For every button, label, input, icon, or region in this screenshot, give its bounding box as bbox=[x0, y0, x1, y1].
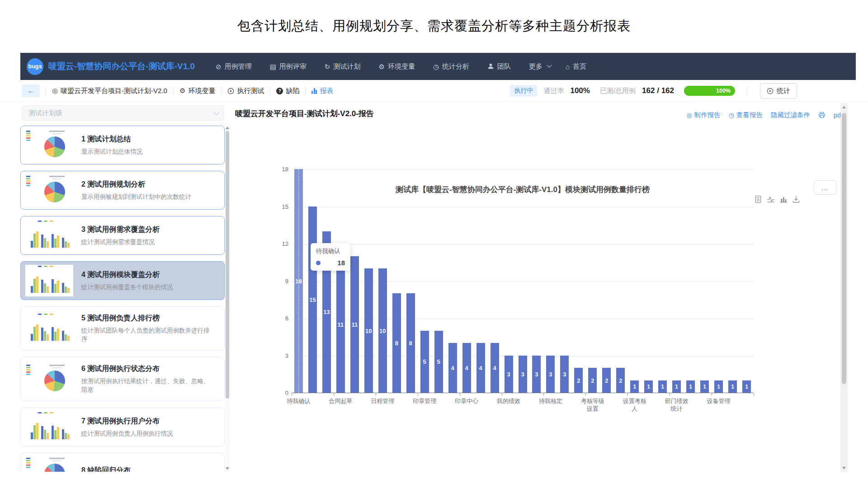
chart-bar[interactable]: 3 bbox=[505, 356, 513, 393]
stats-button[interactable]: 统计 bbox=[760, 83, 797, 99]
chart-bar[interactable]: 3 bbox=[519, 356, 527, 393]
x-axis-label: 待我核定 bbox=[539, 397, 562, 405]
back-button[interactable]: ← bbox=[22, 84, 40, 97]
nav-home[interactable]: ⌂ 首页 bbox=[566, 62, 586, 71]
bar-value-label: 3 bbox=[532, 371, 541, 377]
bar-chart-icon[interactable] bbox=[779, 195, 788, 203]
thumb-bar-group bbox=[62, 270, 70, 293]
chart-bar[interactable]: 1 bbox=[630, 380, 639, 393]
scroll-down-icon[interactable] bbox=[842, 467, 846, 469]
chart-bar[interactable]: 11 bbox=[350, 256, 359, 393]
report-card-6[interactable]: 6 测试用例执行状态分布按测试用例执行结果统计，通过、失败、忽略、阻塞 bbox=[20, 357, 225, 401]
toolbar-defects[interactable]: ? 缺陷 bbox=[276, 87, 299, 95]
nav-item-1[interactable]: ⊘用例管理 bbox=[216, 62, 252, 71]
chart-bar[interactable]: 8 bbox=[406, 293, 415, 393]
bar-value-label: 1 bbox=[644, 383, 653, 390]
chart-bar[interactable]: 3 bbox=[532, 356, 541, 393]
chart-bar[interactable]: 1 bbox=[686, 380, 695, 393]
chart-bar[interactable]: 1 bbox=[658, 380, 667, 393]
thumb-legend bbox=[38, 221, 53, 222]
divider bbox=[173, 87, 174, 95]
chart-bar[interactable]: 4 bbox=[462, 343, 471, 393]
chart-bar[interactable]: 1 bbox=[714, 380, 723, 393]
bar-chart-plot: 1815131111101088554444333332222111111111 bbox=[292, 169, 754, 393]
report-card-7[interactable]: 7 测试用例执行用户分布统计测试用例负责人用例执行情况 bbox=[20, 408, 225, 446]
download-icon[interactable] bbox=[792, 195, 800, 203]
toolbar-run-test[interactable]: 执行测试 bbox=[227, 87, 264, 95]
nav-item-5[interactable]: ◷统计分析 bbox=[433, 62, 469, 71]
chart-bar[interactable]: 3 bbox=[560, 356, 569, 393]
make-report-link[interactable]: ◎ 制作报告 bbox=[686, 111, 720, 119]
chart-bar[interactable]: 2 bbox=[574, 368, 583, 393]
report-card-3[interactable]: 3 测试用例需求覆盖分析统计测试用例需求覆盖情况 bbox=[20, 216, 225, 255]
print-button[interactable] bbox=[818, 112, 826, 118]
page-scrollbar[interactable] bbox=[840, 103, 848, 472]
nav-item-4[interactable]: ⚙环境变量 bbox=[378, 62, 415, 71]
scroll-down-icon[interactable] bbox=[226, 467, 229, 470]
chart-bar[interactable]: 1 bbox=[742, 380, 751, 393]
report-card-8[interactable]: 8 缺陷回归分布 bbox=[20, 453, 225, 472]
toolbar-project[interactable]: ◎唛盟云开发平台项目-测试计划-V2.0 bbox=[52, 87, 167, 95]
legend-swatch bbox=[26, 180, 30, 182]
chart-bar[interactable]: 3 bbox=[546, 356, 555, 393]
view-report-link[interactable]: ◷ 查看报告 bbox=[729, 111, 763, 119]
plan-level-select[interactable]: 测试计划级 bbox=[22, 105, 224, 121]
sidebar-scrollbar[interactable] bbox=[225, 125, 230, 472]
chart-bar[interactable]: 2 bbox=[616, 368, 625, 393]
chart-bar[interactable]: 1 bbox=[700, 380, 709, 393]
report-card-5[interactable]: 5 测试用例负责人排行榜统计测试团队每个人负责的测试用例数并进行排序 bbox=[20, 306, 225, 351]
report-card-4[interactable]: 4 测试用例模块覆盖分析统计测试用例覆盖各个模块的情况 bbox=[20, 261, 225, 300]
thumb-bar bbox=[44, 331, 46, 341]
thumb-bar bbox=[33, 327, 36, 341]
hide-filters-link[interactable]: 隐藏过滤条件 bbox=[771, 111, 810, 119]
thumb-bars bbox=[30, 270, 71, 293]
chart-bar[interactable]: 1 bbox=[672, 380, 681, 393]
report-card-2[interactable]: 2 测试用例规划分析显示用例被规划到测试计划中的次数统计 bbox=[20, 171, 225, 210]
brand-title[interactable]: 唛盟云-智慧协同办公平台-测试库-V1.0 bbox=[48, 61, 195, 72]
thumb-bar bbox=[65, 433, 67, 439]
chart-bar[interactable]: 15 bbox=[308, 206, 317, 393]
chart-bar[interactable]: 8 bbox=[392, 293, 401, 393]
chart-bar[interactable]: 4 bbox=[448, 343, 457, 393]
toolbar-reports[interactable]: 报表 bbox=[311, 87, 333, 95]
chart-bar[interactable]: 4 bbox=[491, 343, 499, 393]
divider bbox=[221, 87, 222, 95]
chart-more-button[interactable]: ... bbox=[814, 180, 836, 195]
chart-bar[interactable]: 11 bbox=[336, 256, 345, 393]
line-chart-icon[interactable] bbox=[767, 195, 775, 203]
chart-bar[interactable]: 1 bbox=[644, 380, 653, 393]
scroll-up-icon[interactable] bbox=[226, 127, 229, 129]
nav-item-3[interactable]: ↻测试计划 bbox=[325, 62, 361, 71]
hide-filters-label: 隐藏过滤条件 bbox=[771, 111, 810, 119]
chart-bar[interactable]: 5 bbox=[420, 331, 429, 393]
toolbar-env-vars[interactable]: ⚙ 环境变量 bbox=[179, 87, 215, 95]
report-card-text: 8 缺陷回归分布 bbox=[81, 466, 220, 472]
chart-bar[interactable]: 2 bbox=[588, 368, 597, 393]
report-card-title: 5 测试用例负责人排行榜 bbox=[81, 314, 220, 323]
chart-bar[interactable]: 10 bbox=[364, 268, 373, 393]
thumb-bar bbox=[33, 425, 36, 439]
chart-bar[interactable]: 4 bbox=[476, 343, 485, 393]
clock-icon: ◷ bbox=[729, 112, 734, 119]
series-dot-icon bbox=[316, 261, 321, 265]
data-view-icon[interactable] bbox=[754, 195, 762, 203]
chart-bar[interactable]: 2 bbox=[602, 368, 611, 393]
chart-bar[interactable]: 5 bbox=[434, 331, 443, 393]
chart-bar[interactable]: 1 bbox=[728, 380, 737, 393]
stats-button-label: 统计 bbox=[777, 87, 790, 95]
scrollbar-thumb[interactable] bbox=[842, 113, 846, 384]
bugs-logo[interactable]: bugs bbox=[27, 58, 43, 75]
nav-more[interactable]: 更多 bbox=[529, 62, 551, 71]
legend-swatch bbox=[26, 178, 30, 179]
legend-swatch bbox=[26, 183, 30, 184]
thumb-bar bbox=[65, 286, 67, 293]
scrollbar-thumb[interactable] bbox=[226, 131, 229, 399]
thumb-bar bbox=[41, 426, 43, 439]
report-card-1[interactable]: 1 测试计划总结显示测试计划总体情况 bbox=[20, 126, 225, 164]
nav-item-6[interactable]: 团队 bbox=[487, 62, 511, 71]
nav-item-2[interactable]: ▤用例评审 bbox=[270, 62, 307, 71]
chart-bar[interactable]: 18 bbox=[294, 169, 303, 393]
scroll-up-icon[interactable] bbox=[842, 106, 846, 108]
bar-value-label: 4 bbox=[491, 365, 499, 371]
chart-bar[interactable]: 10 bbox=[378, 268, 387, 393]
